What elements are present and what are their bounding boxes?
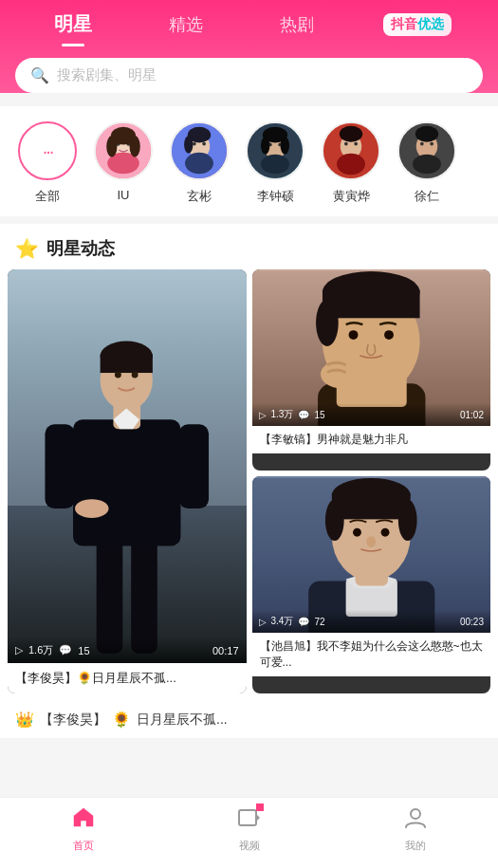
section-title-text: 明星动态 (46, 237, 115, 260)
star-avatar-xuan (170, 121, 229, 180)
svg-point-67 (397, 500, 416, 541)
svg-rect-38 (45, 425, 75, 509)
svg-point-25 (337, 154, 365, 175)
tall-duration: 00:17 (212, 645, 239, 656)
short2-duration: 00:23 (460, 617, 484, 627)
caption-text-2: 日月星辰不孤... (137, 711, 228, 729)
section-title: ⭐ 明星动态 (0, 224, 498, 269)
short2-desc: 【池昌旭】我不李姐为什么会这么憨憨~也太可爱... (252, 633, 491, 676)
star-avatar-all: ··· (18, 121, 77, 180)
star-item-xuan[interactable]: 玄彬 (161, 121, 237, 205)
tab-jingxuan[interactable]: 精选 (161, 9, 211, 40)
svg-point-46 (132, 372, 138, 379)
star-icon: ⭐ (15, 237, 39, 260)
svg-point-21 (261, 137, 269, 155)
svg-rect-36 (131, 532, 157, 654)
app-logo: 抖音优选 (383, 13, 452, 36)
star-item-iu[interactable]: IU (85, 121, 161, 205)
star-item-xucai[interactable]: 徐仁 (389, 121, 465, 205)
star-name-iu: IU (118, 188, 130, 202)
svg-point-12 (202, 142, 206, 146)
svg-point-22 (281, 137, 289, 155)
search-icon: 🔍 (30, 66, 49, 84)
star-item-all[interactable]: ··· 全部 (9, 121, 85, 205)
home-icon (71, 805, 96, 836)
crown-icon: 👑 (15, 711, 34, 729)
svg-point-45 (115, 372, 121, 379)
svg-point-31 (413, 155, 441, 175)
svg-point-73 (411, 809, 420, 819)
svg-rect-35 (97, 532, 123, 654)
svg-point-70 (366, 537, 376, 548)
svg-point-7 (130, 136, 140, 157)
svg-point-14 (184, 136, 193, 154)
svg-point-6 (106, 136, 117, 157)
star-avatar-iu (94, 121, 153, 180)
comment-icon-s1: 💬 (298, 410, 309, 420)
video-label: 视频 (239, 839, 260, 853)
view-icon-s2: ▷ (259, 617, 267, 627)
svg-point-56 (384, 330, 394, 340)
short2-comments: 72 (314, 617, 324, 627)
svg-point-54 (316, 300, 339, 346)
video-card-short-1[interactable]: ▷ 1.3万 💬 15 01:02 【李敏镐】男神就是魅力非凡 (252, 269, 491, 471)
bottom-navigation: 首页 视频 我的 (0, 797, 498, 868)
svg-point-69 (380, 528, 389, 537)
view-icon: ▷ (15, 644, 23, 656)
svg-rect-37 (73, 420, 180, 546)
star-avatar-lizhongshuo (246, 121, 304, 180)
star-item-lizhongshuo[interactable]: 李钟硕 (237, 121, 313, 205)
search-placeholder-text: 搜索剧集、明星 (57, 66, 157, 84)
header-tabs: 明星 精选 热剧 抖音优选 (0, 0, 498, 48)
bottom-tab-home[interactable]: 首页 (50, 805, 117, 853)
view-icon-s1: ▷ (259, 410, 267, 420)
star-item-huangyinyu[interactable]: 黄寅烨 (313, 121, 389, 205)
video-card-tall[interactable]: ▷ 1.6万 💬 15 00:17 【李俊昊】🌻日月星辰不孤... (8, 269, 247, 693)
video-notification-dot (256, 803, 264, 811)
sun-icon: 🌻 (112, 711, 131, 729)
star-name-xucai: 徐仁 (415, 188, 439, 205)
svg-rect-39 (178, 425, 209, 509)
svg-point-66 (324, 500, 343, 541)
svg-point-33 (430, 142, 433, 146)
tall-video-desc: 【李俊昊】🌻日月星辰不孤... (8, 663, 247, 693)
svg-point-55 (348, 330, 358, 340)
tab-mingxing[interactable]: 明星 (46, 8, 100, 41)
short1-views: 1.3万 (271, 408, 294, 421)
svg-rect-71 (239, 810, 256, 825)
bottom-tab-video[interactable]: 视频 (216, 805, 283, 853)
tall-comments: 15 (78, 645, 89, 656)
star-name-lizhongshuo: 李钟硕 (257, 188, 294, 205)
stars-section: ··· 全部 (0, 106, 498, 216)
tab-reju[interactable]: 热剧 (272, 9, 322, 40)
svg-point-34 (415, 126, 438, 142)
svg-rect-44 (101, 355, 153, 374)
svg-point-27 (354, 142, 358, 146)
bottom-tab-mine[interactable]: 我的 (382, 805, 449, 853)
svg-point-11 (193, 142, 196, 146)
star-name-xuan: 玄彬 (187, 188, 212, 205)
svg-point-10 (185, 153, 213, 174)
video-card-short-2[interactable]: ▷ 3.4万 💬 72 00:23 【池昌旭】我不李姐为什么会这么憨憨~也太可爱… (252, 476, 491, 693)
short1-duration: 01:02 (460, 410, 484, 420)
header: 明星 精选 热剧 抖音优选 🔍 搜索剧集、明星 (0, 0, 498, 93)
svg-marker-72 (256, 814, 260, 822)
star-name-all: 全部 (35, 188, 60, 205)
svg-point-17 (261, 155, 289, 175)
search-bar[interactable]: 🔍 搜索剧集、明星 (15, 58, 483, 93)
star-avatar-xucai (397, 121, 456, 180)
comment-icon-s2: 💬 (298, 617, 309, 627)
user-icon (403, 805, 428, 836)
mine-label: 我的 (405, 839, 426, 853)
caption-strip: 👑 【李俊昊】 🌻 日月星辰不孤... (0, 701, 498, 738)
svg-point-28 (340, 126, 362, 142)
caption-text: 【李俊昊】 (40, 711, 106, 729)
short1-comments: 15 (314, 410, 324, 420)
svg-point-32 (420, 142, 424, 146)
svg-point-68 (353, 528, 361, 537)
short2-views: 3.4万 (271, 615, 294, 628)
comment-icon: 💬 (59, 644, 72, 656)
short1-desc: 【李敏镐】男神就是魅力非凡 (252, 426, 491, 453)
star-name-huangyinyu: 黄寅烨 (333, 188, 370, 205)
svg-point-26 (344, 142, 348, 146)
